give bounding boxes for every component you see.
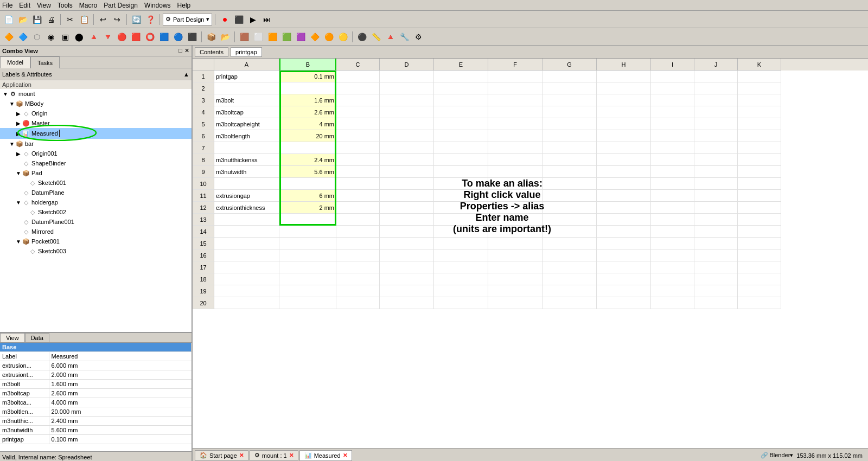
tree-item-origin[interactable]: ▶ ◇ Origin bbox=[0, 108, 192, 118]
cell-h[interactable] bbox=[597, 285, 651, 297]
startpage-close[interactable]: ✕ bbox=[239, 452, 244, 458]
cell-f[interactable] bbox=[488, 166, 542, 178]
tool-btn1[interactable]: ⚫ bbox=[355, 30, 368, 43]
cell-k[interactable] bbox=[738, 190, 781, 202]
shape-btn2[interactable]: ⬜ bbox=[252, 30, 265, 43]
shape-btn6[interactable]: 🔶 bbox=[308, 30, 321, 43]
cell-g[interactable] bbox=[542, 154, 597, 166]
cell-c[interactable] bbox=[336, 226, 380, 238]
cell-i[interactable] bbox=[651, 118, 694, 130]
cell-b[interactable] bbox=[279, 285, 336, 297]
cell-a[interactable]: m3bolt bbox=[214, 94, 279, 106]
cell-k[interactable] bbox=[738, 226, 781, 238]
cell-c[interactable] bbox=[336, 154, 380, 166]
bottom-tab-mount[interactable]: ⚙ mount : 1 ✕ bbox=[250, 450, 298, 461]
cell-b[interactable]: 5.6 mm bbox=[279, 166, 336, 178]
cell-g[interactable] bbox=[542, 273, 597, 285]
cell-a[interactable]: m3nutthickenss bbox=[214, 154, 279, 166]
draw-btn7[interactable]: 🔺 bbox=[87, 30, 100, 43]
draw-btn10[interactable]: 🟥 bbox=[129, 30, 142, 43]
cell-i[interactable] bbox=[651, 94, 694, 106]
cell-g[interactable] bbox=[542, 118, 597, 130]
cell-e[interactable] bbox=[434, 106, 488, 118]
toggle-holdergap[interactable]: ▼ bbox=[15, 200, 22, 206]
prop-tab-data[interactable]: Data bbox=[25, 333, 49, 342]
draw-btn11[interactable]: ⭕ bbox=[143, 30, 156, 43]
mount-close[interactable]: ✕ bbox=[289, 452, 293, 458]
redo-button[interactable]: ↪ bbox=[111, 13, 124, 26]
cell-a[interactable] bbox=[214, 297, 279, 309]
cell-b[interactable]: 2 mm bbox=[279, 202, 336, 214]
tree-item-measured[interactable]: ▶ 📊 Measured bbox=[0, 128, 192, 139]
cell-e[interactable] bbox=[434, 166, 488, 178]
table-row[interactable]: 15 bbox=[193, 238, 868, 249]
cell-c[interactable] bbox=[336, 71, 380, 82]
cell-f[interactable] bbox=[488, 249, 542, 261]
cell-b[interactable] bbox=[279, 82, 336, 94]
cell-a[interactable]: extrusionthickness bbox=[214, 202, 279, 214]
cell-b[interactable]: 2.4 mm bbox=[279, 154, 336, 166]
cell-k[interactable] bbox=[738, 297, 781, 309]
draw-btn13[interactable]: 🔵 bbox=[171, 30, 184, 43]
cut-button[interactable]: ✂ bbox=[63, 13, 76, 26]
cell-g[interactable] bbox=[542, 106, 597, 118]
shape-btn4[interactable]: 🟩 bbox=[280, 30, 293, 43]
cell-d[interactable] bbox=[380, 71, 434, 82]
open-button[interactable]: 📂 bbox=[16, 13, 29, 26]
cell-b[interactable]: 1.6 mm bbox=[279, 94, 336, 106]
cell-a[interactable]: m3boltcapheight bbox=[214, 118, 279, 130]
cell-h[interactable] bbox=[597, 94, 651, 106]
cell-a[interactable] bbox=[214, 273, 279, 285]
cell-c[interactable] bbox=[336, 106, 380, 118]
cell-i[interactable] bbox=[651, 106, 694, 118]
cell-d[interactable] bbox=[380, 226, 434, 238]
copy-button[interactable]: 📋 bbox=[78, 13, 91, 26]
menu-edit[interactable]: Edit bbox=[19, 2, 30, 9]
cell-h[interactable] bbox=[597, 71, 651, 82]
cell-d[interactable] bbox=[380, 190, 434, 202]
cell-f[interactable] bbox=[488, 82, 542, 94]
cell-a[interactable]: m3boltlength bbox=[214, 130, 279, 142]
cell-d[interactable] bbox=[380, 82, 434, 94]
cell-a[interactable] bbox=[214, 226, 279, 238]
cell-i[interactable] bbox=[651, 178, 694, 190]
cell-b[interactable] bbox=[279, 273, 336, 285]
table-row[interactable]: 1printgap0.1 mm bbox=[193, 71, 868, 82]
table-row[interactable]: 16 bbox=[193, 249, 868, 261]
shape-btn7[interactable]: 🟠 bbox=[322, 30, 335, 43]
cell-b[interactable]: 4 mm bbox=[279, 118, 336, 130]
cell-h[interactable] bbox=[597, 142, 651, 154]
cell-e[interactable] bbox=[434, 285, 488, 297]
cell-a[interactable] bbox=[214, 261, 279, 273]
cell-a[interactable]: m3boltcap bbox=[214, 106, 279, 118]
tab-tasks[interactable]: Tasks bbox=[30, 56, 60, 68]
cell-d[interactable] bbox=[380, 249, 434, 261]
cell-d[interactable] bbox=[380, 214, 434, 226]
cell-f[interactable] bbox=[488, 190, 542, 202]
cell-c[interactable] bbox=[336, 202, 380, 214]
cell-c[interactable] bbox=[336, 142, 380, 154]
cell-f[interactable] bbox=[488, 118, 542, 130]
draw-btn1[interactable]: 🔶 bbox=[2, 30, 15, 43]
menu-view[interactable]: View bbox=[37, 2, 51, 9]
close-combo-button[interactable]: ✕ bbox=[184, 47, 189, 54]
stop-button[interactable]: ⬛ bbox=[232, 13, 245, 26]
cell-h[interactable] bbox=[597, 214, 651, 226]
refresh-button[interactable]: 🔄 bbox=[130, 13, 143, 26]
cell-i[interactable] bbox=[651, 71, 694, 82]
cell-f[interactable] bbox=[488, 273, 542, 285]
tree-item-pocket001[interactable]: ▼ 📦 Pocket001 bbox=[0, 236, 192, 246]
cell-h[interactable] bbox=[597, 297, 651, 309]
draw-btn12[interactable]: 🟦 bbox=[157, 30, 170, 43]
cell-j[interactable] bbox=[694, 154, 738, 166]
cell-b[interactable]: 20 mm bbox=[279, 130, 336, 142]
table-row[interactable]: 19 bbox=[193, 285, 868, 297]
blender-label[interactable]: 🔗 Blender▾ bbox=[761, 452, 793, 459]
cell-a[interactable] bbox=[214, 142, 279, 154]
table-row[interactable]: 2 bbox=[193, 82, 868, 94]
help-button[interactable]: ❓ bbox=[144, 13, 157, 26]
toggle-mount[interactable]: ▼ bbox=[2, 91, 9, 97]
cell-g[interactable] bbox=[542, 226, 597, 238]
cell-c[interactable] bbox=[336, 118, 380, 130]
cell-k[interactable] bbox=[738, 238, 781, 249]
